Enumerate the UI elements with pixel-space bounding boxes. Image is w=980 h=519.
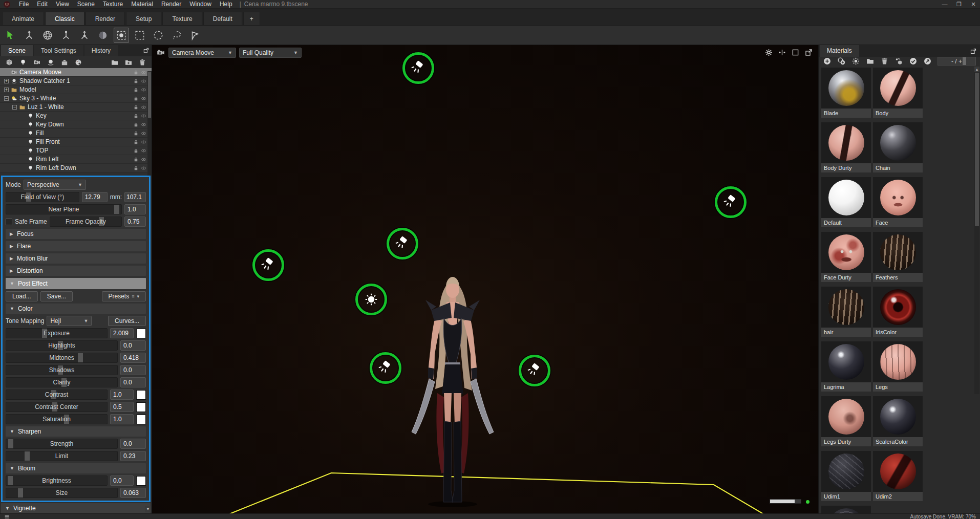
paint-select-tool[interactable] [187,28,203,43]
tree-row-rim-left-down[interactable]: Rim Left Down [0,164,152,172]
clarity-value[interactable]: 0.0 [120,377,146,387]
materials-scrollbar[interactable]: ▲ [974,67,979,394]
material-presets-button[interactable] [851,57,860,66]
safe-frame-checkbox[interactable] [6,219,12,225]
shadows-value[interactable]: 0.0 [120,365,146,375]
workspace-tab-texture[interactable]: Texture [162,12,202,25]
workspace-tab-default[interactable]: Default [203,12,242,25]
new-material-button[interactable] [823,57,832,66]
visibility-toggle[interactable] [141,87,146,93]
status-menu-icon[interactable] [4,514,10,519]
light-gizmo-right[interactable] [715,186,747,218]
materials-tab[interactable]: Materials [820,45,859,57]
marquee-select-tool[interactable] [114,28,129,43]
brightness-value[interactable]: 0.0 [110,475,134,486]
distortion-section-header[interactable]: ▶Distortion [6,266,146,276]
lock-toggle[interactable] [133,148,139,154]
tone-mapping-dropdown[interactable]: Hejl▼ [47,316,92,326]
exposure-slider[interactable]: Exposure [6,328,108,338]
viewport-scrub-slider[interactable] [770,499,801,504]
menu-edit[interactable]: Edit [33,0,52,8]
near-plane-value[interactable]: 1.0 [124,204,146,214]
saturation-value[interactable]: 1.0 [110,414,134,424]
workspace-tab-animate[interactable]: Animate [2,12,44,25]
lasso-select-tool[interactable] [169,28,184,43]
menu-render[interactable]: Render [157,0,185,8]
split-view-button[interactable] [778,48,786,57]
material-tile-legs[interactable]: Legs [873,341,923,392]
menu-scene[interactable]: Scene [73,0,99,8]
menu-view[interactable]: View [52,0,73,8]
frame-opacity-value[interactable]: 0.75 [124,217,146,227]
add-shadow-catcher-button[interactable] [47,58,55,67]
add-mesh-button[interactable] [5,58,13,67]
material-tile-body[interactable]: Body [873,68,923,118]
panel-popout-icon[interactable] [143,47,150,54]
menu-help[interactable]: Help [216,0,237,8]
viewport-quality-dropdown[interactable]: Full Quality▼ [239,48,302,58]
material-tile-feathers[interactable]: Feathers [873,232,923,282]
tree-expander[interactable]: + [4,79,9,83]
materials-popout-icon[interactable] [970,48,977,55]
flare-section-header[interactable]: ▶Flare [6,241,146,251]
light-gizmo-lower-right[interactable] [519,355,550,386]
workspace-tab-add[interactable]: + [243,12,260,25]
material-tile-legs-durty[interactable]: Legs Durty [821,396,871,446]
box-select-tool[interactable] [132,28,147,43]
contrast-center-value[interactable]: 0.5 [110,402,134,412]
lock-toggle[interactable] [133,96,139,101]
tree-row-top[interactable]: TOP [0,146,152,155]
post-effect-header[interactable]: ▼Post Effect [6,278,146,289]
light-gizmo-lower-left[interactable] [370,352,401,384]
tree-row-luz-1-white[interactable]: − Luz 1 - White [0,103,152,112]
visibility-toggle[interactable] [141,122,146,127]
light-gizmo-upper-middle[interactable] [387,228,418,260]
goto-material-button[interactable] [923,57,932,66]
strength-slider[interactable]: Strength [6,439,118,449]
tree-row-key[interactable]: Key [0,112,152,120]
curves-button[interactable]: Curves... [108,316,146,326]
visibility-toggle[interactable] [141,131,146,136]
exposure-color-swatch[interactable] [136,329,146,338]
material-tile-lagrima[interactable]: Lagrima [821,341,871,392]
apply-material-button[interactable] [909,57,918,66]
visibility-toggle[interactable] [141,78,146,84]
clarity-slider[interactable]: Clarity [6,377,118,387]
saturation-color-swatch[interactable] [136,415,146,424]
focal-length-value[interactable]: 107.1 [124,192,146,202]
delete-material-button[interactable] [880,57,889,66]
maximize-view-button[interactable] [791,48,800,57]
size-slider[interactable]: Size [6,488,118,498]
menu-file[interactable]: File [15,0,33,8]
material-tile-chain[interactable]: Chain [873,122,923,172]
visibility-toggle[interactable] [141,104,146,110]
highlights-slider[interactable]: Highlights [6,340,118,351]
visibility-toggle[interactable] [141,113,146,119]
minimize-window-button[interactable]: — [940,0,949,8]
workspace-tab-classic[interactable]: Classic [45,12,84,25]
popout-view-button[interactable] [804,48,813,57]
tree-row-model[interactable]: + Model [0,85,152,94]
close-window-button[interactable]: ✕ [969,0,978,8]
rotate-tool[interactable] [40,28,55,43]
tree-row-shadow-catcher-1[interactable]: + Shadow Catcher 1 [0,77,152,85]
scene-tree-scrollbar[interactable] [147,71,152,176]
lock-toggle[interactable] [133,87,139,93]
maximize-window-button[interactable]: ❐ [954,0,964,8]
saturation-slider[interactable]: Saturation [6,414,108,424]
lock-toggle[interactable] [133,139,139,145]
panel-tab-scene[interactable]: Scene [1,45,33,56]
projection-mode-dropdown[interactable]: Perspective▼ [24,180,86,190]
frame-opacity-slider[interactable]: Frame Opacity [50,217,122,227]
add-light-button[interactable] [19,58,27,67]
tree-row-rim-left[interactable]: Rim Left [0,155,152,164]
tree-row-fill-front[interactable]: Fill Front [0,138,152,146]
midtones-value[interactable]: 0.418 [120,353,146,363]
workspace-tab-setup[interactable]: Setup [126,12,161,25]
lock-toggle[interactable] [133,113,139,119]
thumbnail-size-control[interactable]: - / + [938,57,976,66]
motion-blur-section-header[interactable]: ▶Motion Blur [6,253,146,264]
tree-expander[interactable]: − [12,105,17,110]
material-tile-udim1[interactable]: Udim1 [821,451,871,501]
material-tile-body-durty[interactable]: Body Durty [821,122,871,172]
